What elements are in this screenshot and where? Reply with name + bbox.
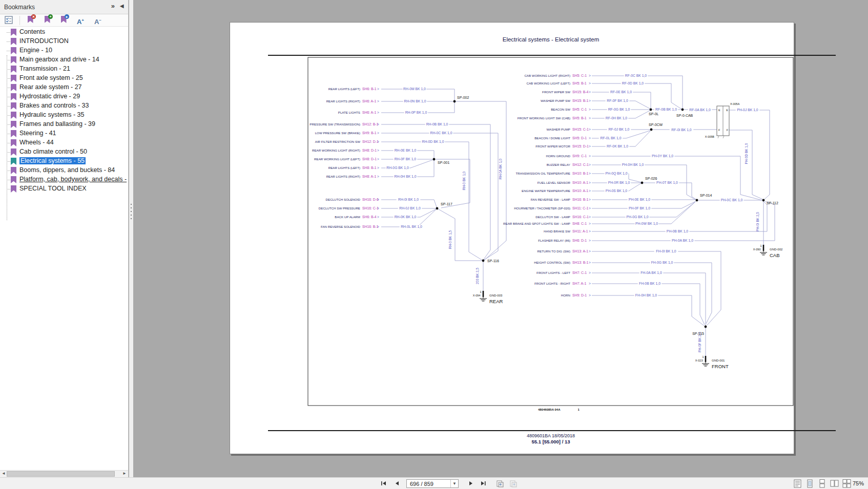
- single-page-view-icon[interactable]: [805, 479, 815, 488]
- bookmark-item[interactable]: Main gearbox and drive - 14: [0, 55, 128, 65]
- bookmark-icon: [11, 139, 16, 146]
- tree-stub: [7, 60, 10, 60]
- bookmark-options-icon[interactable]: [4, 16, 13, 25]
- bookmark-item-label: SPECIAL TOOL INDEX: [19, 185, 87, 192]
- chevron-down-icon[interactable]: ▼: [450, 480, 458, 487]
- bookmark-item[interactable]: Electrical systems - 55: [0, 157, 128, 166]
- bookmark-item-label: Booms, dippers, and buckets - 84: [19, 166, 115, 174]
- bookmark-item-label: Rear axle system - 27: [19, 83, 82, 91]
- panel-splitter[interactable]: [129, 0, 133, 477]
- zoom-level[interactable]: 75%: [853, 480, 864, 486]
- bookmark-item-label: Steering - 41: [19, 130, 56, 137]
- bookmark-item[interactable]: Transmission - 21: [0, 65, 128, 74]
- scroll-left-icon[interactable]: ◄: [2, 471, 6, 476]
- last-page-icon[interactable]: [480, 480, 488, 488]
- bookmark-item-label: Main gearbox and drive - 14: [19, 56, 99, 63]
- tree-stub: [7, 106, 10, 107]
- bookmark-item[interactable]: Wheels - 44: [0, 138, 128, 147]
- previous-page-icon[interactable]: [394, 480, 402, 488]
- footer-doc-ref: 4809601BA 18/05/2018: [527, 433, 575, 438]
- first-page-icon[interactable]: [380, 480, 388, 488]
- tree-stub: [7, 134, 10, 134]
- tree-stub: [7, 124, 10, 125]
- bookmark-item[interactable]: SPECIAL TOOL INDEX: [0, 184, 128, 194]
- bookmark-item-label: Wheels - 44: [19, 139, 54, 146]
- bookmark-item[interactable]: Cab climate control - 50: [0, 147, 128, 157]
- bookmark-icon: [11, 56, 16, 63]
- next-view-icon[interactable]: [509, 480, 518, 488]
- pdf-page: Electrical systems - Electrical system 4…: [230, 22, 794, 454]
- bookmark-icon: [11, 84, 16, 91]
- bookmark-item-label: Electrical systems - 55: [19, 157, 86, 164]
- bookmarks-horizontal-scrollbar[interactable]: ◄ ►: [0, 470, 128, 477]
- add-bookmark-icon[interactable]: +: [43, 16, 52, 25]
- bookmark-item-label: Contents: [19, 28, 45, 35]
- scroll-right-icon[interactable]: ►: [122, 471, 127, 476]
- bookmark-item[interactable]: Frames and ballasting - 39: [0, 120, 128, 129]
- bookmark-item-label: INTRODUCTION: [19, 37, 69, 45]
- bookmark-item-label: Cab climate control - 50: [19, 148, 87, 155]
- panel-collapse-icon[interactable]: ◄: [118, 2, 125, 10]
- tree-stub: [7, 78, 10, 79]
- bookmarks-panel-header: Bookmarks » ◄: [0, 0, 128, 14]
- bookmark-item[interactable]: Hydraulic systems - 35: [0, 111, 128, 120]
- previous-view-icon[interactable]: [496, 480, 504, 488]
- navigate-bookmark-icon[interactable]: ▸: [59, 16, 68, 25]
- tree-stub: [7, 32, 10, 33]
- increase-font-icon[interactable]: A+: [76, 16, 85, 25]
- bookmark-icon: [11, 167, 16, 174]
- tree-stub: [7, 152, 10, 153]
- delete-bookmark-icon[interactable]: ✕: [26, 16, 35, 25]
- bookmarks-panel: Bookmarks » ◄ ✕ + ▸ A+ A− ContentsINTROD…: [0, 0, 129, 477]
- footer-section-ref: 55.1 [55.000] / 13: [532, 439, 570, 444]
- bookmark-icon: [11, 176, 16, 183]
- bookmark-item[interactable]: Brakes and controls - 33: [0, 101, 128, 111]
- bookmark-item[interactable]: Platform, cab, bodywork, and decals -: [0, 175, 128, 184]
- tree-stub: [7, 88, 10, 88]
- text-view-icon[interactable]: [793, 479, 803, 488]
- bookmark-item-label: Engine - 10: [19, 47, 52, 54]
- bookmark-item-label: Hydraulic systems - 35: [19, 111, 84, 118]
- facing-pages-view-icon[interactable]: [830, 479, 840, 488]
- bookmark-icon: [11, 121, 16, 128]
- header-rule: [268, 55, 836, 56]
- bookmarks-panel-title: Bookmarks: [4, 4, 35, 11]
- document-view[interactable]: Electrical systems - Electrical system 4…: [133, 0, 868, 477]
- splitter-grip: [131, 204, 132, 222]
- bookmark-item-label: Transmission - 21: [19, 65, 70, 72]
- bookmark-item[interactable]: Hydrostatic drive - 29: [0, 92, 128, 101]
- toolbar-divider: [19, 16, 20, 25]
- tree-stub: [7, 189, 10, 189]
- bookmark-icon: [11, 93, 16, 100]
- bookmark-icon: [11, 112, 16, 119]
- next-page-icon[interactable]: [467, 480, 476, 488]
- bookmark-item[interactable]: Rear axle system - 27: [0, 83, 128, 92]
- bookmark-item[interactable]: Front axle system - 25: [0, 74, 128, 83]
- bookmark-icon: [11, 38, 16, 45]
- bookmark-item-label: Frames and ballasting - 39: [19, 120, 95, 127]
- bookmark-icon: [11, 158, 16, 165]
- continuous-view-icon[interactable]: [818, 479, 828, 488]
- tree-stub: [7, 171, 10, 171]
- bookmark-item[interactable]: Engine - 10: [0, 46, 128, 55]
- tree-stub: [7, 143, 10, 143]
- bookmark-item-label: Hydrostatic drive - 29: [19, 93, 80, 100]
- bookmark-item[interactable]: Booms, dippers, and buckets - 84: [0, 166, 128, 175]
- bookmark-item[interactable]: INTRODUCTION: [0, 37, 128, 46]
- tree-stub: [7, 97, 10, 97]
- bookmark-icon: [11, 102, 16, 110]
- page-title: Electrical systems - Electrical system: [503, 36, 600, 42]
- bookmark-icon: [11, 66, 16, 73]
- page-number-input[interactable]: 696 / 859 ▼: [406, 479, 459, 488]
- bookmark-icon: [11, 47, 16, 54]
- tree-stub: [7, 51, 10, 51]
- bookmark-item-label: Platform, cab, bodywork, and decals -: [19, 176, 127, 183]
- decrease-font-icon[interactable]: A−: [93, 16, 102, 25]
- scrollbar-thumb[interactable]: [7, 471, 115, 477]
- panel-expand-icon[interactable]: »: [111, 2, 115, 10]
- tree-stub: [7, 41, 10, 42]
- bookmark-item[interactable]: Steering - 41: [0, 129, 128, 138]
- continuous-facing-view-icon[interactable]: [842, 479, 852, 488]
- bookmark-item[interactable]: Contents: [0, 28, 128, 37]
- bookmark-item-label: Brakes and controls - 33: [19, 102, 89, 109]
